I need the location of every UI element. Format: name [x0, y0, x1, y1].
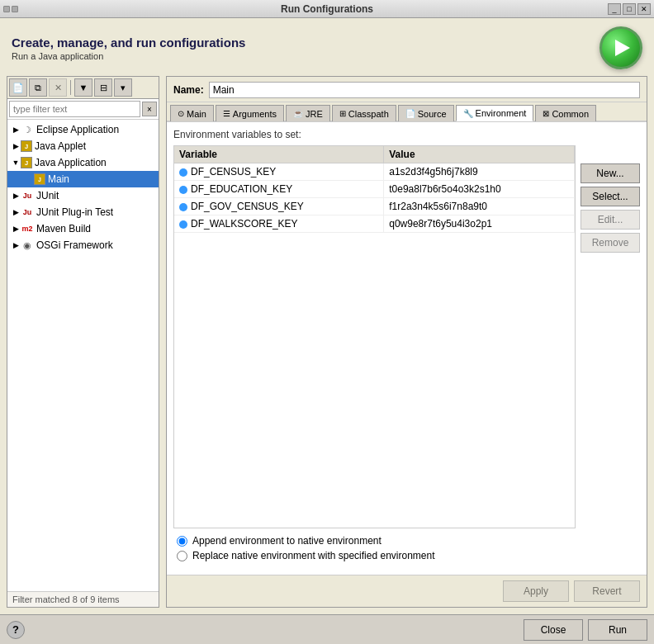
- radio-group: Append environment to native environment…: [173, 528, 640, 568]
- tab-source-label: Source: [418, 109, 447, 119]
- right-panel: Name: ⊙ Main ☰ Arguments ☕ JRE ⊞: [166, 76, 647, 608]
- title-bar-left: [3, 6, 18, 12]
- table-row[interactable]: DF_WALKSCORE_KEY q0w9e8r7t6y5u4i3o2p1: [174, 215, 575, 233]
- search-input[interactable]: [9, 101, 140, 117]
- env-table-body: DF_CENSUS_KEY a1s2d3f4g5h6j7k8l9 DF_EDUC…: [174, 163, 575, 233]
- env-dot: [179, 203, 187, 211]
- name-row: Name:: [167, 77, 647, 102]
- tab-environment[interactable]: 🔧 Environment: [456, 105, 534, 121]
- osgi-icon: ◉: [21, 239, 34, 252]
- tree-item-javaapp[interactable]: ▼ J Java Application: [7, 154, 159, 171]
- remove-env-button[interactable]: Remove: [581, 233, 640, 253]
- delete-config-button[interactable]: ✕: [49, 78, 67, 97]
- radio-replace-label: Replace native environment with specifie…: [192, 550, 435, 561]
- new-env-button[interactable]: New...: [581, 163, 640, 183]
- val-walkscore: q0w9e8r7t6y5u4i3o2p1: [384, 215, 575, 233]
- env-dot: [179, 186, 187, 194]
- tree-arrow-main: [24, 174, 34, 184]
- radio-row-replace: Replace native environment with specifie…: [177, 550, 637, 561]
- table-row[interactable]: DF_CENSUS_KEY a1s2d3f4g5h6j7k8l9: [174, 163, 575, 181]
- tree-item-main[interactable]: J Main: [7, 171, 159, 187]
- bottom-bar: Apply Revert: [167, 575, 647, 607]
- window-body: Create, manage, and run configurations R…: [0, 18, 654, 644]
- collapse-button[interactable]: ⊟: [94, 78, 112, 97]
- footer-buttons: Close Run: [524, 619, 647, 641]
- applet-label: Java Applet: [35, 140, 86, 152]
- maximize-button[interactable]: □: [623, 3, 636, 15]
- table-row[interactable]: DF_GOV_CENSUS_KEY f1r2a3n4k5s6i7n8a9t0: [174, 198, 575, 215]
- main-content: 📄 ⧉ ✕ ▼ ⊟ ▾ × ▶ ☽ Eclipse Application: [0, 76, 654, 614]
- select-env-button[interactable]: Select...: [581, 187, 640, 206]
- val-gov-census: f1r2a3n4k5s6i7n8a9t0: [384, 198, 575, 215]
- apply-button[interactable]: Apply: [503, 580, 569, 602]
- tab-common-icon: ⊠: [543, 109, 549, 118]
- tab-jre-icon: ☕: [293, 109, 303, 118]
- search-clear-button[interactable]: ×: [142, 102, 157, 116]
- new-config-button[interactable]: 📄: [9, 78, 27, 97]
- close-button[interactable]: Close: [524, 619, 583, 641]
- main-icon: J: [34, 173, 45, 185]
- name-input[interactable]: [209, 82, 640, 98]
- header-title: Create, manage, and run configurations: [12, 36, 245, 50]
- eclipse-label: Eclipse Application: [36, 124, 119, 135]
- title-bar: Run Configurations _ □ ✕: [0, 0, 654, 18]
- col-value: Value: [384, 146, 575, 163]
- junit-plugin-label: JUnit Plug-in Test: [36, 206, 113, 218]
- edit-env-button[interactable]: Edit...: [581, 210, 640, 230]
- tab-source-icon: 📄: [405, 109, 415, 118]
- tab-main[interactable]: ⊙ Main: [170, 105, 214, 121]
- radio-append[interactable]: [177, 536, 187, 547]
- tree-item-junit[interactable]: ▶ Ju JUnit: [7, 187, 159, 204]
- duplicate-config-button[interactable]: ⧉: [29, 78, 47, 97]
- footer-bar: ? Close Run: [0, 614, 654, 644]
- revert-button[interactable]: Revert: [574, 580, 640, 602]
- header-text: Create, manage, and run configurations R…: [12, 36, 245, 61]
- tree-item-eclipse[interactable]: ▶ ☽ Eclipse Application: [7, 121, 159, 138]
- tree-item-osgi[interactable]: ▶ ◉ OSGi Framework: [7, 237, 159, 253]
- maven-icon: m2: [21, 222, 34, 235]
- header-subtitle: Run a Java application: [12, 51, 245, 61]
- tree-item-applet[interactable]: ▶ J Java Applet: [7, 138, 159, 154]
- tree-item-junit-plugin[interactable]: ▶ Ju JUnit Plug-in Test: [7, 204, 159, 220]
- junit-label: JUnit: [36, 190, 59, 201]
- env-area: Variable Value DF_CENSUS_KEY a1s2d3f4g5h…: [173, 145, 640, 528]
- tab-environment-label: Environment: [476, 108, 527, 118]
- more-button[interactable]: ▾: [114, 78, 132, 97]
- run-footer-button[interactable]: Run: [588, 619, 647, 641]
- left-panel: 📄 ⧉ ✕ ▼ ⊟ ▾ × ▶ ☽ Eclipse Application: [7, 76, 159, 608]
- table-row[interactable]: DF_EDUCATION_KEY t0e9a8l7b6r5o4o3k2s1h0: [174, 181, 575, 198]
- col-variable: Variable: [174, 146, 384, 163]
- tab-main-label: Main: [187, 109, 206, 119]
- env-label: Environment variables to set:: [173, 129, 640, 140]
- close-button[interactable]: ✕: [637, 3, 651, 15]
- tree-arrow-junit-plugin: ▶: [11, 207, 21, 217]
- applet-icon: J: [21, 140, 32, 152]
- tab-classpath[interactable]: ⊞ Classpath: [332, 105, 396, 121]
- tabs: ⊙ Main ☰ Arguments ☕ JRE ⊞ Classpath 📄: [167, 102, 647, 122]
- tree-item-maven[interactable]: ▶ m2 Maven Build: [7, 220, 159, 237]
- minimize-button[interactable]: _: [608, 3, 621, 15]
- window-title: Run Configurations: [0, 3, 654, 15]
- tree-arrow-maven: ▶: [11, 224, 21, 234]
- tab-arguments-icon: ☰: [223, 109, 230, 118]
- tab-environment-icon: 🔧: [463, 109, 473, 118]
- help-button[interactable]: ?: [7, 621, 25, 639]
- env-buttons: New... Select... Edit... Remove: [581, 145, 640, 528]
- tab-arguments[interactable]: ☰ Arguments: [216, 105, 284, 121]
- filter-button[interactable]: ▼: [74, 78, 92, 97]
- toolbar-separator: [70, 80, 71, 95]
- tab-content: Environment variables to set: Variable V…: [167, 122, 647, 575]
- radio-replace[interactable]: [177, 551, 187, 561]
- tab-classpath-icon: ⊞: [339, 109, 346, 118]
- env-table-container: Variable Value DF_CENSUS_KEY a1s2d3f4g5h…: [173, 145, 576, 528]
- tab-jre[interactable]: ☕ JRE: [286, 105, 330, 121]
- eclipse-icon: ☽: [21, 123, 34, 136]
- maven-label: Maven Build: [36, 223, 91, 234]
- tab-common[interactable]: ⊠ Common: [535, 105, 596, 121]
- run-button[interactable]: [600, 26, 642, 69]
- search-box: ×: [7, 99, 159, 120]
- tree-arrow-applet: ▶: [11, 141, 21, 151]
- header-section: Create, manage, and run configurations R…: [0, 18, 654, 76]
- tab-source[interactable]: 📄 Source: [398, 105, 454, 121]
- tree-view: ▶ ☽ Eclipse Application ▶ J Java Applet …: [7, 120, 159, 591]
